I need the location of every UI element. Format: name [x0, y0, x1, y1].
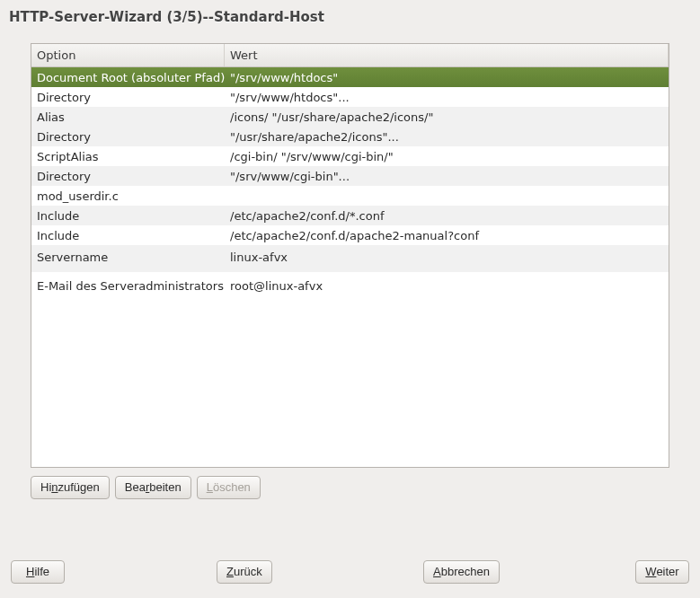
next-button[interactable]: Weiter: [635, 560, 689, 584]
table-row[interactable]: mod_userdir.c: [31, 186, 669, 206]
cell-wert: root@linux-afvx: [225, 272, 669, 303]
cell-wert: "/srv/www/htdocs": [225, 68, 669, 87]
table-row[interactable]: Directory"/srv/www/htdocs"...: [31, 87, 669, 107]
cell-wert: [225, 193, 669, 198]
cell-option: E-Mail des Serveradministrators: [31, 272, 225, 303]
cell-wert: "/usr/share/apache2/icons"...: [225, 128, 669, 146]
table-row[interactable]: Servernamelinux-afvx: [31, 245, 669, 272]
cell-option: Directory: [31, 128, 225, 146]
cell-wert: "/srv/www/cgi-bin"...: [225, 167, 669, 186]
table-row[interactable]: ScriptAlias/cgi-bin/ "/srv/www/cgi-bin/": [31, 146, 669, 166]
help-button[interactable]: Hilfe: [11, 560, 65, 584]
table-row[interactable]: Directory"/srv/www/cgi-bin"...: [31, 166, 669, 186]
table-row[interactable]: E-Mail des Serveradministratorsroot@linu…: [31, 272, 669, 303]
table-row[interactable]: Include/etc/apache2/conf.d/apache2-manua…: [31, 225, 669, 245]
table-header-row: Option Wert: [31, 44, 669, 67]
table-row[interactable]: Document Root (absoluter Pfad)"/srv/www/…: [31, 67, 669, 87]
cell-option: Directory: [31, 88, 225, 107]
table-body[interactable]: Document Root (absoluter Pfad)"/srv/www/…: [31, 67, 669, 467]
cell-option: Include: [31, 207, 225, 225]
table-header-option[interactable]: Option: [31, 44, 225, 66]
cancel-button[interactable]: Abbrechen: [423, 560, 500, 584]
cell-option: Alias: [31, 108, 225, 127]
table-row[interactable]: Include/etc/apache2/conf.d/*.conf: [31, 206, 669, 225]
edit-button[interactable]: Bearbeiten: [115, 476, 191, 499]
cell-option: Directory: [31, 167, 225, 186]
cell-option: Include: [31, 226, 225, 245]
cell-option: Document Root (absoluter Pfad): [31, 68, 225, 87]
delete-button: Löschen: [197, 476, 261, 499]
add-button[interactable]: Hinzufügen: [31, 476, 110, 499]
cell-option: mod_userdir.c: [31, 187, 225, 206]
cell-wert: /cgi-bin/ "/srv/www/cgi-bin/": [225, 147, 669, 166]
cell-option: ScriptAlias: [31, 147, 225, 166]
cell-option: Servername: [31, 245, 225, 272]
table-header-wert[interactable]: Wert: [225, 44, 669, 66]
cell-wert: "/srv/www/htdocs"...: [225, 88, 669, 107]
options-table[interactable]: Option Wert Document Root (absoluter Pfa…: [31, 43, 669, 468]
cell-wert: /etc/apache2/conf.d/*.conf: [225, 207, 669, 225]
cell-wert: linux-afvx: [225, 245, 669, 272]
cell-wert: /icons/ "/usr/share/apache2/icons/": [225, 108, 669, 127]
table-row[interactable]: Directory"/usr/share/apache2/icons"...: [31, 127, 669, 146]
page-title: HTTP-Server-Wizard (3/5)--Standard-Host: [0, 0, 700, 29]
back-button[interactable]: Zurück: [217, 560, 272, 584]
table-row[interactable]: Alias/icons/ "/usr/share/apache2/icons/": [31, 107, 669, 127]
cell-wert: /etc/apache2/conf.d/apache2-manual?conf: [225, 226, 669, 245]
